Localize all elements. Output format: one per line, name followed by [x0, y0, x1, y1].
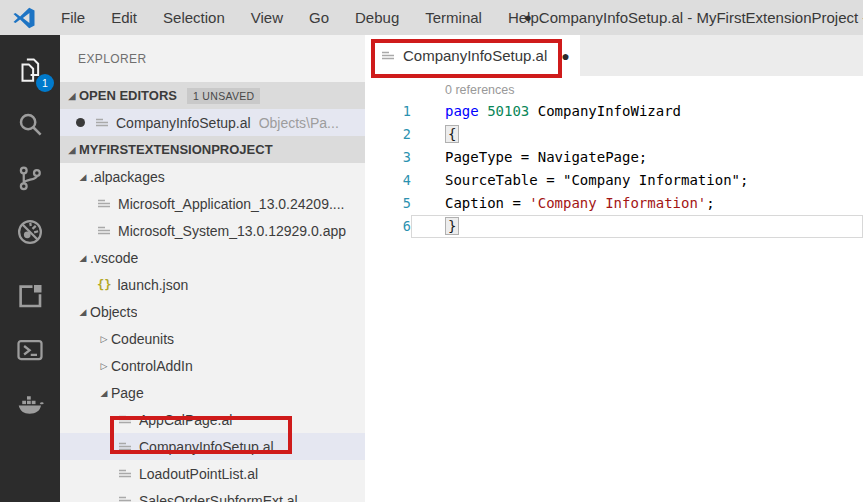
explorer-icon[interactable]: 1 [13, 53, 47, 87]
sidebar-title: EXPLORER [60, 35, 365, 82]
file-icon [118, 494, 132, 502]
activity-bar: 1 [0, 35, 60, 502]
explorer-sidebar: EXPLORER ◢ OPEN EDITORS 1 UNSAVED Compan… [60, 35, 365, 502]
tree-item-label: Page [111, 385, 144, 401]
code-editor[interactable]: 0 references 1page 50103 CompanyInfoWiza… [365, 76, 863, 502]
tab-bar: CompanyInfoSetup.al ● [365, 35, 863, 76]
debug-disabled-icon[interactable] [13, 215, 47, 249]
chevron-collapsed-icon: ▷ [97, 361, 111, 371]
token-kw: page [445, 103, 479, 119]
token-plain [479, 103, 487, 119]
chevron-collapsed-icon: ▷ [97, 334, 111, 344]
chevron-expanded-icon: ◢ [65, 91, 79, 101]
menu-bar: FileEditSelectionViewGoDebugTerminalHelp [48, 0, 552, 35]
file-icon [97, 224, 111, 238]
tree-item-label: Microsoft_Application_13.0.24209.... [118, 196, 344, 212]
token-num: 50103 [487, 103, 529, 119]
open-editor-file-path: Objects\Pa... [259, 115, 339, 131]
token-bracket: } [445, 217, 459, 235]
vscode-window: FileEditSelectionViewGoDebugTerminalHelp… [0, 0, 863, 502]
token-plain: ; [706, 195, 714, 211]
codelens-references[interactable]: 0 references [445, 83, 863, 97]
tab-label: CompanyInfoSetup.al [403, 47, 547, 64]
code-line-1[interactable]: 1page 50103 CompanyInfoWizard [365, 100, 863, 123]
token-plain: PageType = NavigatePage; [445, 149, 647, 165]
tree-item-codeunits[interactable]: ▷Codeunits [60, 325, 365, 352]
line-number: 1 [365, 100, 411, 123]
menu-file[interactable]: File [48, 0, 98, 35]
tree-item-launch-json[interactable]: {}launch.json [60, 271, 365, 298]
chevron-expanded-icon: ◢ [76, 253, 90, 263]
code-line-3[interactable]: 3PageType = NavigatePage; [365, 146, 863, 169]
tree-item-label: AppCalPage.al [139, 412, 232, 428]
code-line-4[interactable]: 4SourceTable = "Company Information"; [365, 169, 863, 192]
dirty-indicator-icon [76, 118, 85, 127]
token-plain: SourceTable = "Company Information"; [445, 172, 748, 188]
menu-view[interactable]: View [238, 0, 296, 35]
open-editor-file-name: CompanyInfoSetup.al [116, 115, 251, 131]
tree-item-page[interactable]: ◢Page [60, 379, 365, 406]
tree-item-salesordersubformext-al[interactable]: SalesOrderSubformExt.al [60, 487, 365, 502]
chevron-expanded-icon: ◢ [65, 145, 79, 155]
code-lines: 1page 50103 CompanyInfoWizard2{3PageType… [365, 100, 863, 238]
tree-item-companyinfosetup-al[interactable]: CompanyInfoSetup.al [60, 433, 365, 460]
title-bar: FileEditSelectionViewGoDebugTerminalHelp… [0, 0, 863, 35]
chevron-expanded-icon: ◢ [76, 307, 90, 317]
project-root-header[interactable]: ◢ MYFIRSTEXTENSIONPROJECT [60, 136, 365, 163]
menu-edit[interactable]: Edit [98, 0, 150, 35]
tree-item-controladdin[interactable]: ▷ControlAddIn [60, 352, 365, 379]
menu-debug[interactable]: Debug [342, 0, 412, 35]
file-tree: ◢.alpackagesMicrosoft_Application_13.0.2… [60, 163, 365, 502]
project-root-label: MYFIRSTEXTENSIONPROJECT [79, 142, 273, 157]
activity-badge: 1 [36, 74, 54, 92]
tree-item--vscode[interactable]: ◢.vscode [60, 244, 365, 271]
code-line-5[interactable]: 5Caption = 'Company Information'; [365, 192, 863, 215]
line-body[interactable]: Caption = 'Company Information'; [411, 192, 863, 215]
menu-terminal[interactable]: Terminal [412, 0, 495, 35]
menu-selection[interactable]: Selection [150, 0, 238, 35]
vscode-logo-icon [12, 6, 36, 30]
line-body[interactable]: SourceTable = "Company Information"; [411, 169, 863, 192]
powershell-icon[interactable] [13, 333, 47, 367]
code-line-6[interactable]: 6} [365, 215, 863, 238]
line-body[interactable]: page 50103 CompanyInfoWizard [411, 100, 863, 123]
line-body[interactable]: } [411, 215, 863, 238]
line-number: 2 [365, 123, 411, 146]
docker-icon[interactable] [13, 387, 47, 421]
open-editor-item[interactable]: CompanyInfoSetup.al Objects\Pa... [60, 109, 365, 136]
tree-item-microsoft-application-13-0-24209-[interactable]: Microsoft_Application_13.0.24209.... [60, 190, 365, 217]
file-icon [97, 197, 111, 211]
editor-group: CompanyInfoSetup.al ● 0 references 1page… [365, 35, 863, 502]
token-str: 'Company Information' [529, 195, 706, 211]
token-plain: CompanyInfoWizard [529, 103, 681, 119]
tree-item-label: LoadoutPointList.al [139, 466, 258, 482]
file-icon [118, 440, 132, 454]
tree-item-label: CompanyInfoSetup.al [139, 439, 274, 455]
extensions-icon[interactable] [13, 279, 47, 313]
tree-item-loadoutpointlist-al[interactable]: LoadoutPointList.al [60, 460, 365, 487]
line-body[interactable]: PageType = NavigatePage; [411, 146, 863, 169]
tab-companyinfosetup[interactable]: CompanyInfoSetup.al ● [365, 35, 580, 76]
open-editors-header[interactable]: ◢ OPEN EDITORS 1 UNSAVED [60, 82, 365, 109]
line-body[interactable]: { [411, 123, 863, 146]
tree-item-microsoft-system-13-0-12929-0-app[interactable]: Microsoft_System_13.0.12929.0.app [60, 217, 365, 244]
tree-item-label: .vscode [90, 250, 138, 266]
tree-item-label: ControlAddIn [111, 358, 193, 374]
window-title: ● CompanyInfoSetup.al - MyFirstExtension… [524, 0, 863, 35]
tree-item-objects[interactable]: ◢Objects [60, 298, 365, 325]
open-editors-label: OPEN EDITORS [79, 88, 177, 103]
tree-item-appcalpage-al[interactable]: AppCalPage.al [60, 406, 365, 433]
search-icon[interactable] [13, 107, 47, 141]
tab-dirty-icon[interactable]: ● [561, 48, 569, 64]
tree-item--alpackages[interactable]: ◢.alpackages [60, 163, 365, 190]
tree-item-label: Objects [90, 304, 137, 320]
source-control-icon[interactable] [13, 161, 47, 195]
menu-go[interactable]: Go [296, 0, 342, 35]
line-number: 4 [365, 169, 411, 192]
file-icon [118, 413, 132, 427]
line-number: 6 [365, 215, 411, 238]
chevron-expanded-icon: ◢ [97, 388, 111, 398]
code-line-2[interactable]: 2{ [365, 123, 863, 146]
title-dirty-dot: ● [524, 10, 532, 25]
file-icon [381, 49, 395, 63]
